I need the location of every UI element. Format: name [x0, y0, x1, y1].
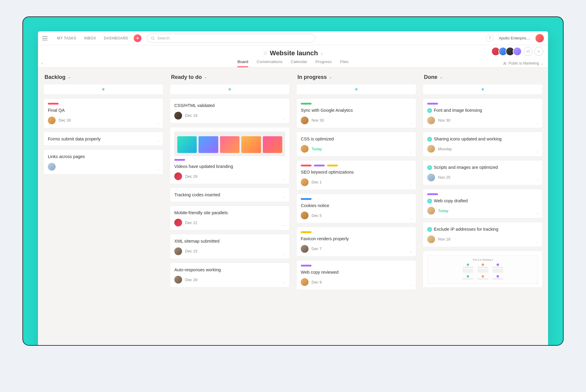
tab-files[interactable]: Files: [340, 59, 349, 67]
user-avatar[interactable]: [535, 34, 544, 42]
assignee-avatar[interactable]: [174, 219, 182, 226]
task-card[interactable]: ✓Exclude IP addresses for trackingNov 18…: [423, 222, 543, 247]
assignee-avatar[interactable]: [427, 207, 435, 215]
add-member-button[interactable]: +: [534, 47, 543, 56]
topbar: MY TASKS INBOX DASHBOARD + Search ? Apol…: [38, 31, 548, 45]
tag: [301, 165, 312, 166]
card-title: Videos have updated branding: [174, 164, 285, 170]
column-header[interactable]: Backlog⌄: [43, 74, 163, 80]
menu-icon[interactable]: [42, 36, 48, 40]
assignee-avatar[interactable]: [301, 212, 309, 219]
card-menu-icon[interactable]: ⌄: [536, 149, 539, 153]
card-menu-icon[interactable]: ⌄: [410, 149, 412, 153]
nav-dashboard[interactable]: DASHBOARD: [104, 36, 128, 40]
card-menu-icon[interactable]: ⌄: [157, 139, 159, 143]
add-card-button[interactable]: +: [423, 84, 543, 95]
project-visibility[interactable]: Public to Marketing ⌄: [503, 61, 543, 65]
assignee-avatar[interactable]: [427, 174, 435, 181]
card-menu-icon[interactable]: ⌄: [283, 223, 286, 227]
assignee-avatar[interactable]: [174, 112, 182, 120]
card-menu-icon[interactable]: ⌄: [157, 167, 159, 171]
card-title: Web copy reviewed: [301, 270, 412, 275]
assignee-avatar[interactable]: [427, 117, 435, 124]
task-card[interactable]: Mobile-friendly site parallelsDec 22⌄: [170, 206, 290, 231]
card-menu-icon[interactable]: ⌄: [410, 283, 412, 287]
card-menu-icon[interactable]: ⌄: [283, 177, 286, 181]
task-card[interactable]: This is a Heading 2⌄: [423, 251, 543, 288]
expand-sidebar-icon[interactable]: «: [41, 61, 43, 65]
card-menu-icon[interactable]: ⌄: [283, 280, 286, 284]
members-overflow[interactable]: +7: [524, 47, 532, 56]
tab-progress[interactable]: Progress: [315, 59, 332, 67]
task-card[interactable]: Final QADec 30⌄: [43, 98, 163, 128]
assignee-avatar[interactable]: [301, 145, 309, 153]
member-avatar[interactable]: [513, 47, 522, 56]
task-card[interactable]: ✓Font and image licensingNov 30⌄: [423, 98, 543, 128]
due-date: Nov 25: [438, 175, 450, 180]
card-menu-icon[interactable]: ⌄: [536, 211, 539, 215]
tab-calendar[interactable]: Calendar: [291, 59, 307, 67]
task-card[interactable]: XML sitemap submittedDec 23⌄: [170, 234, 290, 259]
tag: [48, 103, 59, 105]
chevron-down-icon: ⌄: [541, 62, 543, 65]
task-card[interactable]: ✓Sharing icons updated and workingMonday…: [423, 132, 543, 157]
assignee-avatar[interactable]: [427, 145, 435, 153]
task-card[interactable]: Videos have updated brandingDec 29⌄: [170, 127, 290, 184]
star-icon[interactable]: ☆: [263, 50, 268, 56]
card-menu-icon[interactable]: ⌄: [283, 252, 286, 256]
add-card-button[interactable]: +: [170, 84, 290, 95]
task-card[interactable]: Sync with Google AnalyticsNov 30⌄: [296, 98, 416, 128]
task-card[interactable]: Forms submit data properly⌄: [43, 132, 163, 146]
assignee-avatar[interactable]: [301, 278, 309, 286]
due-date: Today: [438, 209, 448, 213]
nav-inbox[interactable]: INBOX: [84, 36, 96, 40]
card-menu-icon[interactable]: ⌄: [536, 121, 539, 125]
task-card[interactable]: Links across pages⌄: [43, 149, 163, 174]
tab-conversations[interactable]: Conversations: [257, 59, 282, 67]
task-card[interactable]: CSS is optimizedToday⌄: [296, 132, 416, 157]
assignee-avatar[interactable]: [48, 117, 56, 124]
tab-board[interactable]: Board: [237, 59, 248, 67]
add-card-button[interactable]: +: [43, 84, 163, 95]
assignee-avatar[interactable]: [174, 276, 182, 284]
task-card[interactable]: CSS/HTML validatedDec 19⌄: [170, 98, 290, 123]
org-name[interactable]: Apollo Enterpris…: [499, 36, 530, 40]
due-date: Today: [312, 147, 322, 151]
create-button[interactable]: +: [134, 34, 141, 42]
assignee-avatar[interactable]: [174, 172, 182, 180]
task-card[interactable]: Cookies noticeDec 5⌄: [296, 194, 416, 223]
task-card[interactable]: Auto-responses workingDec 28⌄: [170, 263, 290, 288]
card-menu-icon[interactable]: ⌄: [410, 121, 412, 125]
column-header[interactable]: In progress⌄: [296, 74, 416, 80]
assignee-avatar[interactable]: [301, 178, 309, 186]
task-card[interactable]: SEO keyword optimizationsDec 1⌄: [296, 160, 416, 190]
card-menu-icon[interactable]: ⌄: [536, 281, 539, 284]
card-menu-icon[interactable]: ⌄: [536, 178, 539, 182]
add-card-button[interactable]: +: [296, 84, 416, 95]
card-menu-icon[interactable]: ⌄: [410, 183, 412, 187]
column-header[interactable]: Ready to do⌄: [170, 74, 290, 80]
card-menu-icon[interactable]: ⌄: [283, 195, 286, 199]
task-card[interactable]: Tracking codes inserted⌄: [170, 188, 290, 202]
card-footer: Dec 28: [174, 276, 285, 284]
task-card[interactable]: ✓Scripts and images are optimizedNov 25⌄: [423, 160, 543, 185]
assignee-avatar[interactable]: [427, 235, 435, 243]
card-menu-icon[interactable]: ⌄: [410, 249, 412, 253]
assignee-avatar[interactable]: [48, 163, 56, 171]
card-menu-icon[interactable]: ⌄: [410, 216, 412, 220]
assignee-avatar[interactable]: [301, 117, 309, 124]
card-footer: Nov 30: [301, 117, 412, 124]
task-card[interactable]: Web copy reviewedDec 9⌄: [296, 260, 416, 290]
column-header[interactable]: Done⌄: [423, 74, 543, 80]
assignee-avatar[interactable]: [301, 245, 309, 253]
project-menu-chevron[interactable]: ⌄: [320, 51, 323, 55]
card-menu-icon[interactable]: ⌄: [283, 116, 286, 120]
help-button[interactable]: ?: [486, 35, 493, 42]
nav-my-tasks[interactable]: MY TASKS: [57, 36, 76, 40]
task-card[interactable]: Favicon renders properlyDec 7⌄: [296, 227, 416, 257]
card-menu-icon[interactable]: ⌄: [157, 121, 159, 125]
search-input[interactable]: Search: [147, 34, 315, 43]
task-card[interactable]: ✓Web copy draftedToday⌄: [423, 189, 543, 219]
assignee-avatar[interactable]: [174, 247, 182, 255]
card-menu-icon[interactable]: ⌄: [536, 240, 539, 244]
